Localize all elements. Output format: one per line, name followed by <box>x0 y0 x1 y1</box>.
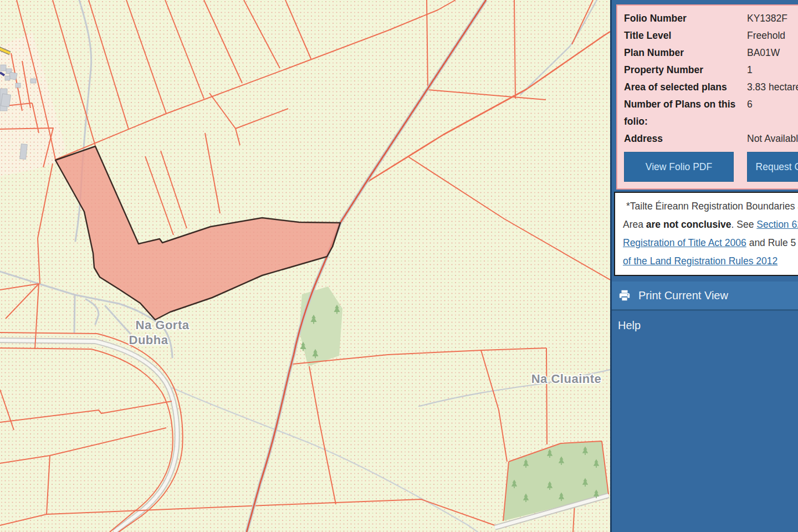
folio-row-value: Not Available <box>747 130 798 147</box>
map-viewport[interactable]: Na GortaDubhaNa Cluainte <box>0 0 610 532</box>
folio-info-row: AddressNot Available <box>624 130 798 147</box>
print-current-view-label: Print Current View <box>638 289 728 302</box>
disclaimer-text: are not conclusive <box>646 219 732 230</box>
folio-info-rows: Folio NumberKY1382FTitle LevelFreeholdPl… <box>624 10 798 147</box>
folio-row-label: Title Level <box>624 27 747 44</box>
folio-info-row: Title LevelFreehold <box>624 27 798 44</box>
help-label: Help <box>618 319 641 332</box>
map-svg[interactable]: Na GortaDubhaNa Cluainte <box>0 0 610 532</box>
folio-info-row: Area of selected plans3.83 hectares <box>624 79 798 96</box>
folio-row-value: Freehold <box>747 27 798 44</box>
folio-row-label: Number of Plans on this folio: <box>624 96 747 130</box>
disclaimer-text: Area <box>623 219 646 230</box>
folio-row-value: 3.83 hectares <box>747 79 798 96</box>
folio-info-row: Plan NumberBA01W <box>624 44 798 62</box>
disclaimer-line: *Tailte Éireann Registration Boundaries … <box>623 197 798 216</box>
folio-info-row: Property Number1 <box>624 62 798 79</box>
folio-row-label: Area of selected plans <box>624 79 747 96</box>
view-folio-pdf-button[interactable]: View Folio PDF <box>624 152 734 182</box>
disclaimer-line: Registration of Title Act 2006 and Rule … <box>623 234 798 252</box>
folio-row-label: Address <box>624 130 747 147</box>
help-link[interactable]: Help <box>612 311 798 340</box>
disclaimer-text: *Tailte Éireann Registration Boundaries … <box>626 201 798 212</box>
folio-row-label: Property Number <box>624 62 747 79</box>
folio-row-label: Folio Number <box>624 10 747 27</box>
print-current-view-button[interactable]: Print Current View <box>612 282 798 311</box>
folio-row-value: 1 <box>747 62 798 79</box>
disclaimer-link[interactable]: Section 62 <box>756 219 798 230</box>
folio-row-value: BA01W <box>747 44 798 62</box>
disclaimer-text: and Rule 5 <box>746 237 796 248</box>
printer-icon <box>618 289 631 301</box>
townland-label: Na Cluainte <box>531 372 602 386</box>
folio-info-row: Folio NumberKY1382F <box>624 10 798 27</box>
folio-actions: View Folio PDF Request Certified Copy <box>624 152 798 182</box>
request-certified-copy-button[interactable]: Request Certified Copy <box>747 152 798 182</box>
disclaimer-note: *Tailte Éireann Registration Boundaries … <box>614 192 798 276</box>
disclaimer-link[interactable]: Registration of Title Act 2006 <box>623 237 746 248</box>
townland-label: Dubha <box>129 333 168 347</box>
info-panel: Folio NumberKY1382FTitle LevelFreeholdPl… <box>610 0 798 532</box>
folio-info-card: Folio NumberKY1382FTitle LevelFreeholdPl… <box>616 4 798 190</box>
disclaimer-text: . See <box>732 219 757 230</box>
folio-row-value: KY1382F <box>747 10 798 27</box>
disclaimer-line: Area are not conclusive. See Section 62 <box>623 216 798 234</box>
folio-info-row: Number of Plans on this folio:6 <box>624 96 798 130</box>
folio-row-value: 6 <box>747 96 798 130</box>
townland-label: Na Gorta <box>136 318 190 332</box>
map-dot-texture <box>0 0 610 532</box>
folio-row-label: Plan Number <box>624 44 747 62</box>
disclaimer-line: of the Land Registration Rules 2012 <box>623 252 798 270</box>
landdirect-map-viewer: Na GortaDubhaNa Cluainte Folio NumberKY1… <box>0 0 798 532</box>
disclaimer-link[interactable]: of the Land Registration Rules 2012 <box>623 255 777 267</box>
